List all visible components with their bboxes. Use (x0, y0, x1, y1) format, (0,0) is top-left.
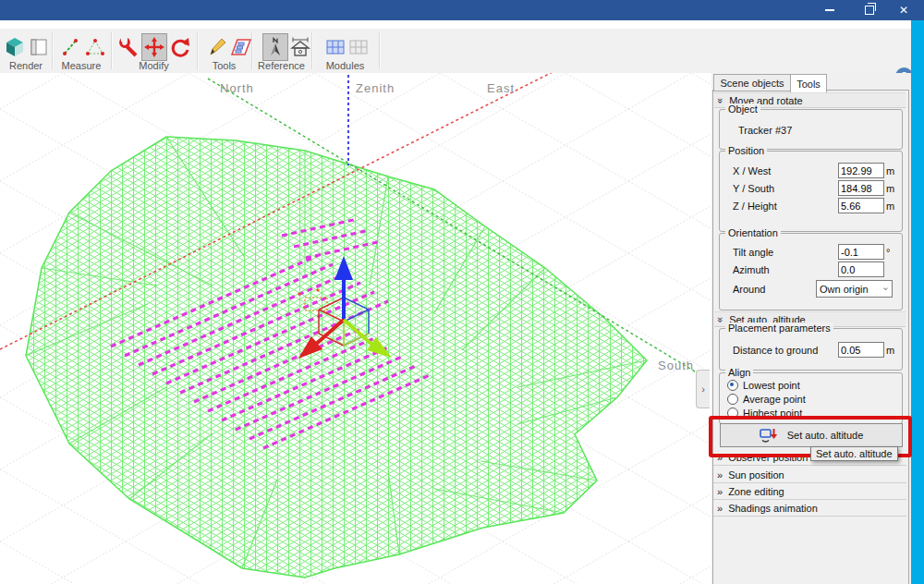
z-height-input[interactable] (838, 198, 884, 213)
align-groupbox: Align Lowest point Average point Highest… (719, 372, 903, 424)
field-label-around: Around (733, 284, 765, 295)
zones-button[interactable] (228, 33, 254, 61)
chevron-down-icon: ⌄ (881, 281, 890, 293)
distance-to-ground-input[interactable] (838, 342, 884, 358)
orientation-groupbox: Orientation Tilt angle ° Azimuth Around … (719, 233, 903, 310)
toolbar-group-label: Modules (311, 60, 379, 71)
unit-label: m (886, 345, 894, 356)
field-label-azimuth: Azimuth (733, 264, 770, 275)
panel-view-button[interactable] (26, 33, 52, 61)
groupbox-legend: Orientation (725, 227, 781, 238)
title-bar: ✕ (0, 0, 924, 20)
move-icon (143, 36, 165, 58)
chevron-expand-icon: » (717, 487, 723, 496)
compass-label-zenith: Zenith (356, 81, 395, 95)
chevron-expand-icon: » (717, 504, 723, 513)
position-groupbox: Position X / West m Y / South m Z / Heig… (719, 151, 903, 232)
radio-highest-point[interactable]: Highest point (727, 408, 802, 419)
main-toolbar: Render Measure Mo (0, 29, 924, 74)
restore-button[interactable] (855, 0, 884, 20)
selected-object-name: Tracker #37 (738, 125, 792, 136)
chevron-expand-icon: » (717, 470, 723, 480)
field-label-z-height: Z / Height (733, 201, 777, 212)
placement-groupbox: Placement parameters Distance to ground … (719, 328, 903, 371)
tab-label: Scene objects (720, 78, 784, 89)
field-label-x-west: X / West (733, 165, 771, 176)
set-altitude-icon (760, 428, 778, 444)
button-label: Set auto. altitude (787, 430, 864, 441)
render-3d-button[interactable] (2, 33, 28, 61)
compass-label-east: East (487, 81, 515, 95)
unit-label: ° (886, 247, 890, 258)
radio-label: Highest point (743, 408, 802, 419)
radio-lowest-point[interactable]: Lowest point (727, 380, 800, 391)
rotate-icon (169, 36, 191, 58)
minimize-button[interactable] (815, 0, 845, 20)
window-edge-highlight (911, 20, 924, 584)
compass-label-south: South (658, 359, 694, 372)
section-header-zone-editing[interactable]: » Zone editing (713, 483, 906, 500)
modules-grid-gray-icon (347, 36, 370, 58)
house-measure-icon (289, 36, 311, 58)
section-title: Zone editing (728, 486, 784, 497)
object-groupbox: Object Tracker #37 (719, 109, 903, 150)
rotate-object-button[interactable] (167, 33, 193, 61)
measure-area-button[interactable] (82, 33, 108, 61)
wrench-icon (118, 36, 140, 58)
render-cube-icon (4, 36, 26, 58)
y-south-input[interactable] (838, 180, 884, 196)
move-object-button[interactable] (141, 33, 167, 61)
edit-wrench-button[interactable] (116, 33, 142, 61)
radio-label: Lowest point (743, 380, 800, 391)
compass-north-icon (264, 36, 286, 58)
house-reference-button[interactable] (287, 33, 313, 61)
groupbox-legend: Placement parameters (725, 322, 833, 334)
radio-average-point[interactable]: Average point (727, 394, 806, 405)
modules-active-button[interactable] (322, 33, 348, 61)
set-auto-altitude-button[interactable]: Set auto. altitude (720, 423, 903, 447)
toolbar-group-label: Measure (52, 60, 111, 71)
field-label-distance: Distance to ground (733, 345, 818, 356)
compass-reference-button[interactable] (262, 33, 288, 61)
toolbar-group-label: Modify (111, 60, 197, 71)
toolbar-separator (379, 32, 381, 69)
unit-label: m (886, 165, 894, 176)
radio-selected-icon (727, 380, 738, 391)
tilt-angle-input[interactable] (838, 244, 884, 260)
pencil-icon (206, 36, 228, 58)
section-header-shadings-animation[interactable]: » Shadings animation (713, 500, 906, 517)
chevron-collapse-icon: » (716, 97, 725, 103)
scene-viewport[interactable]: North Zenith East South (0, 73, 711, 584)
zones-icon (230, 36, 252, 58)
scene-3d-canvas (0, 73, 711, 584)
measure-area-icon (84, 36, 106, 58)
tab-tools[interactable]: Tools (790, 74, 827, 92)
tooltip: Set auto. altitude (810, 446, 898, 461)
section-title: Observer position (728, 452, 808, 463)
x-west-input[interactable] (838, 163, 884, 178)
draw-pencil-button[interactable] (204, 33, 230, 61)
tab-label: Tools (796, 79, 821, 90)
section-header-sun-position[interactable]: » Sun position (713, 467, 906, 483)
close-button[interactable]: ✕ (889, 0, 918, 20)
azimuth-input[interactable] (838, 262, 884, 277)
modules-inactive-button[interactable] (346, 33, 371, 61)
section-title: Shadings animation (728, 503, 818, 514)
measure-length-button[interactable] (57, 33, 83, 61)
radio-unselected-icon (727, 408, 738, 419)
chevron-expand-icon: » (717, 453, 723, 462)
modules-grid-blue-icon (324, 36, 346, 58)
field-label-y-south: Y / South (733, 183, 774, 194)
measure-length-icon (59, 36, 81, 58)
toolbar-group-label: Render (0, 60, 52, 71)
chevron-collapse-icon: » (716, 316, 725, 322)
groupbox-legend: Position (725, 145, 767, 156)
tab-scene-objects[interactable]: Scene objects (713, 74, 791, 91)
panel-collapse-handle[interactable]: › (696, 370, 710, 408)
around-dropdown[interactable]: Own origin ⌄ (816, 280, 893, 298)
minimize-icon (825, 9, 834, 11)
compass-label-north: North (220, 81, 254, 95)
radio-label: Average point (743, 394, 806, 405)
groupbox-legend: Object (725, 103, 760, 115)
radio-unselected-icon (727, 394, 738, 405)
